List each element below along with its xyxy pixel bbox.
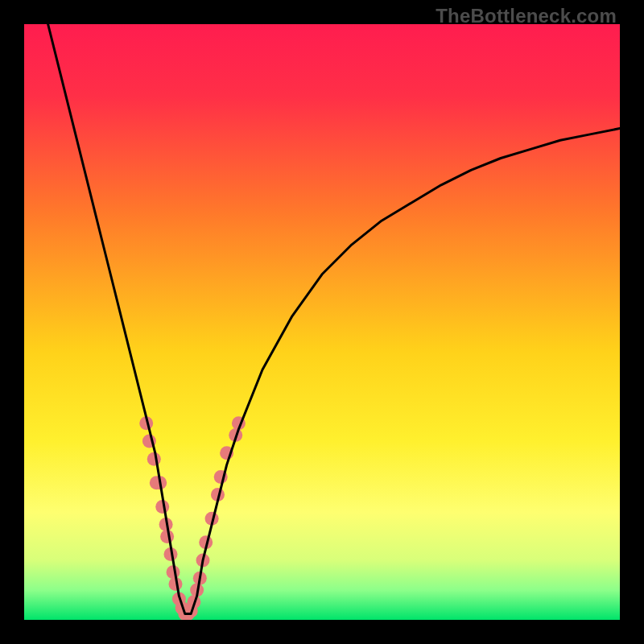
watermark-text: TheBottleneck.com (436, 5, 617, 27)
bottleneck-curve (48, 24, 620, 614)
scatter-dots (139, 416, 246, 620)
scatter-dot (147, 452, 161, 466)
chart-svg (24, 24, 620, 620)
chart-frame: TheBottleneck.com (0, 0, 644, 644)
plot-area (24, 24, 620, 620)
